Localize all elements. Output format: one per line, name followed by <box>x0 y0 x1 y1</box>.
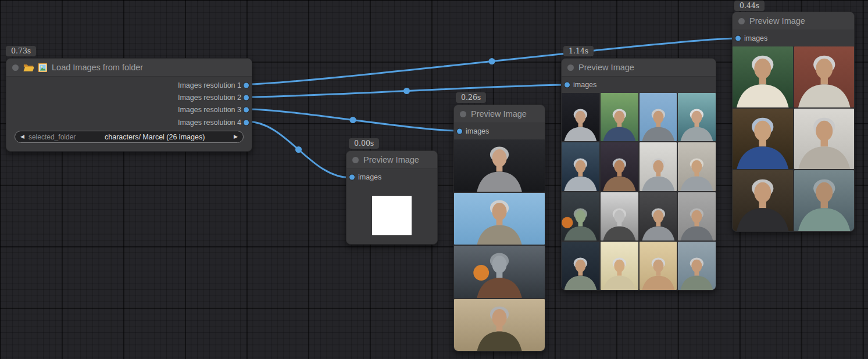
input-row-images: images <box>562 77 716 93</box>
preview-thumbnail <box>678 142 716 191</box>
exec-time-badge: 0.44s <box>734 1 765 11</box>
link-midpoint-dot <box>295 146 302 153</box>
output-label: Images resolution 3 <box>178 106 241 114</box>
node-load-images-from-folder[interactable]: Load Images from folder Images resolutio… <box>6 58 252 152</box>
node-title-bar[interactable]: Preview Image <box>347 151 437 169</box>
input-label: images <box>744 34 767 42</box>
exec-time-badge: 0.26s <box>456 92 486 103</box>
preview-thumbnail <box>601 192 638 240</box>
widget-prev-arrow[interactable]: ◀ <box>20 134 24 139</box>
widget-name: selected_folder <box>28 133 76 141</box>
exec-time-badge: 1.14s <box>563 46 594 56</box>
input-row-images: images <box>454 123 545 139</box>
input-label: images <box>466 127 489 135</box>
node-preview-image-4[interactable]: Preview Image images <box>732 12 855 232</box>
input-row-images: images <box>347 169 437 185</box>
collapse-dot[interactable] <box>352 157 359 163</box>
link-midpoint-dot <box>403 88 410 94</box>
collapse-dot[interactable] <box>460 111 466 117</box>
link-midpoint-dot <box>489 58 495 64</box>
node-title: Preview Image <box>363 155 419 164</box>
output-label: Images resolution 4 <box>178 119 241 127</box>
node-title: Preview Image <box>749 16 805 26</box>
node-title-bar[interactable]: Preview Image <box>733 12 854 30</box>
collapse-dot[interactable] <box>567 64 574 71</box>
preview-thumbnail <box>733 170 793 231</box>
node-preview-image-1[interactable]: Preview Image images <box>346 150 438 245</box>
link-resolution4 <box>247 121 351 178</box>
preview-thumbnail <box>678 242 716 290</box>
output-socket-resolution4[interactable] <box>244 120 249 125</box>
input-socket-images[interactable] <box>735 36 741 41</box>
output-label: Images resolution 1 <box>178 81 241 89</box>
preview-thumbnails <box>347 185 437 244</box>
preview-thumbnail <box>562 242 599 290</box>
preview-thumbnail <box>601 142 638 191</box>
input-row-images: images <box>733 30 854 46</box>
preview-thumbnails <box>562 93 716 290</box>
preview-thumbnail <box>562 142 599 191</box>
input-socket-images[interactable] <box>565 82 570 88</box>
preview-thumbnail <box>733 46 793 107</box>
widget-value: characters/ Marcel (26 images) <box>76 133 234 141</box>
input-socket-images[interactable] <box>349 175 355 180</box>
input-label: images <box>573 81 596 89</box>
link-midpoint-dot <box>350 117 356 123</box>
output-slots: Images resolution 1 Images resolution 2 … <box>6 77 252 128</box>
preview-thumbnail <box>794 46 855 107</box>
collapse-dot[interactable] <box>12 64 19 71</box>
preview-thumbnail <box>678 192 716 240</box>
preview-thumbnail <box>562 93 599 141</box>
link-resolution3 <box>247 109 459 131</box>
preview-thumbnail <box>640 192 677 240</box>
open-folder-icon <box>23 63 34 72</box>
preview-thumbnail <box>601 93 638 141</box>
output-row-resolution4: Images resolution 4 <box>6 116 252 128</box>
widget-next-arrow[interactable]: ▶ <box>234 134 238 139</box>
output-row-resolution2: Images resolution 2 <box>6 91 252 103</box>
node-preview-image-2[interactable]: Preview Image images <box>453 105 545 351</box>
output-socket-resolution2[interactable] <box>244 95 249 100</box>
preview-thumbnails <box>733 46 854 231</box>
node-title-bar[interactable]: Load Images from folder <box>6 59 252 77</box>
node-preview-image-3[interactable]: Preview Image images <box>561 58 716 290</box>
preview-thumbnail <box>640 93 677 141</box>
output-socket-resolution1[interactable] <box>244 82 249 88</box>
input-socket-images[interactable] <box>457 129 462 134</box>
preview-thumbnail <box>454 139 545 192</box>
output-row-resolution3: Images resolution 3 <box>6 104 252 116</box>
framed-picture-icon <box>38 63 47 72</box>
output-row-resolution1: Images resolution 1 <box>6 79 252 91</box>
preview-thumbnail <box>601 242 638 290</box>
preview-thumbnail <box>562 192 599 240</box>
preview-thumbnail <box>794 170 855 231</box>
exec-time-badge: 0.00s <box>349 138 379 149</box>
preview-thumbnail <box>640 242 677 290</box>
output-socket-resolution3[interactable] <box>244 107 249 113</box>
node-graph-canvas[interactable]: Load Images from folder Images resolutio… <box>0 0 868 359</box>
selected-folder-widget[interactable]: ◀ selected_folder characters/ Marcel (26… <box>15 131 244 143</box>
preview-thumbnail <box>794 109 855 170</box>
preview-thumbnail <box>733 109 793 170</box>
collapse-dot[interactable] <box>738 18 745 24</box>
exec-time-badge: 0.73s <box>6 46 36 56</box>
link-resolution2 <box>247 85 567 97</box>
input-label: images <box>358 173 381 181</box>
preview-thumbnail <box>678 93 716 141</box>
node-title-bar[interactable]: Preview Image <box>562 59 716 77</box>
preview-thumbnail <box>640 142 677 191</box>
preview-thumbnail <box>454 193 545 245</box>
node-title: Preview Image <box>578 63 634 72</box>
preview-thumbnail <box>454 246 545 298</box>
node-title: Preview Image <box>471 109 527 119</box>
output-label: Images resolution 2 <box>178 94 241 102</box>
node-title-bar[interactable]: Preview Image <box>454 105 545 123</box>
node-title: Load Images from folder <box>52 63 143 72</box>
preview-thumbnails <box>454 139 545 351</box>
preview-thumbnail-blank <box>372 196 412 235</box>
preview-thumbnail <box>454 299 545 351</box>
